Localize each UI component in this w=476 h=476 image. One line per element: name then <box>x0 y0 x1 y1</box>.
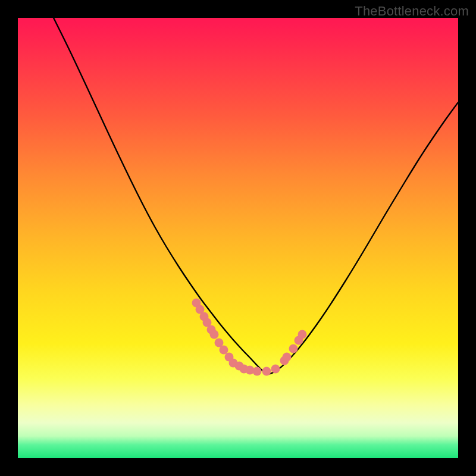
marker-dot <box>298 330 307 339</box>
marker-dot <box>210 330 219 339</box>
chart-svg <box>18 18 458 458</box>
bottleneck-curve <box>54 18 458 374</box>
marker-dot <box>289 345 298 353</box>
chart-plot-area <box>18 18 458 458</box>
marker-dot <box>262 367 271 376</box>
marker-dot <box>271 365 280 374</box>
marker-dot <box>283 353 292 362</box>
watermark-text: TheBottleneck.com <box>355 4 469 19</box>
marker-dot <box>220 346 228 355</box>
marker-dot <box>253 367 262 376</box>
